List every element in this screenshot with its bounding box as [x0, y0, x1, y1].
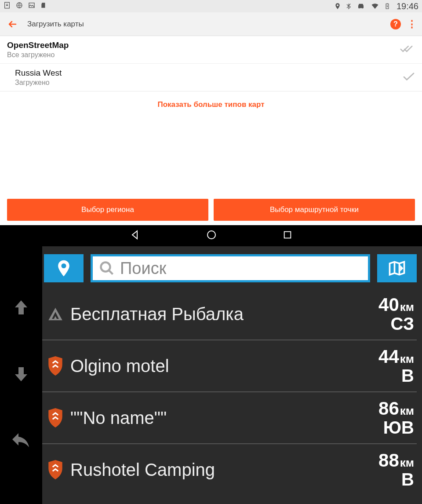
map-downloader-screen: 19:46 Загрузить карты ? ⋮ OpenStreetMap … — [0, 0, 422, 246]
select-region-button[interactable]: Выбор региона — [7, 199, 208, 221]
search-placeholder: Поиск — [120, 259, 166, 278]
map-region-status: Загружено — [15, 79, 62, 87]
map-group-row[interactable]: OpenStreetMap Все загружено — [0, 36, 422, 63]
nav-recent-button[interactable] — [283, 230, 292, 241]
map-group-title: OpenStreetMap — [7, 40, 69, 50]
current-location-button[interactable] — [44, 254, 84, 282]
poi-name: ""No name"" — [70, 408, 378, 428]
back-button[interactable] — [5, 17, 19, 31]
sd-card-icon — [40, 2, 47, 11]
android-nav-bar — [0, 225, 422, 246]
poi-distance: 40кмСЗ — [378, 296, 414, 332]
map-group-status: Все загружено — [7, 51, 69, 59]
search-input[interactable]: Поиск — [91, 254, 370, 282]
help-button[interactable]: ? — [390, 19, 401, 29]
map-region-row[interactable]: Russia West Загружено — [0, 63, 422, 91]
poi-name: Olgino motel — [70, 356, 378, 376]
side-nav-buttons — [0, 246, 42, 504]
status-left-icons — [4, 2, 47, 11]
poi-name: Rushotel Camping — [70, 460, 378, 480]
svg-rect-4 — [387, 4, 388, 4]
check-icon — [403, 72, 415, 83]
bluetooth-icon — [346, 2, 352, 11]
map-region-title: Russia West — [15, 68, 62, 78]
signpost-shield-icon — [45, 356, 66, 376]
status-clock: 19:46 — [397, 1, 418, 11]
poi-name: Бесплатная Рыбалка — [70, 304, 378, 324]
poi-distance: 86кмЮВ — [378, 399, 414, 436]
poi-result-row[interactable]: Olgino motel44кмВ — [42, 340, 417, 392]
poi-search-screen: Поиск Бесплатная Рыбалка40кмСЗOlgino mot… — [0, 246, 422, 504]
globe-icon — [16, 2, 23, 11]
select-waypoint-button[interactable]: Выбор маршрутной точки — [214, 199, 415, 221]
scroll-down-button[interactable] — [11, 364, 32, 387]
poi-distance: 88кмВ — [378, 451, 414, 488]
undo-back-button[interactable] — [11, 431, 32, 453]
overflow-menu-button[interactable]: ⋮ — [407, 18, 417, 30]
signpost-shield-icon — [45, 460, 66, 479]
poi-result-row[interactable]: ""No name""86кмЮВ — [42, 392, 417, 444]
action-buttons-row: Выбор региона Выбор маршрутной точки — [0, 194, 422, 225]
scroll-up-button[interactable] — [11, 297, 32, 320]
downloads-list: OpenStreetMap Все загружено Russia West … — [0, 36, 422, 91]
show-more-map-types-link[interactable]: Показать больше типов карт — [0, 91, 422, 118]
results-panel: Поиск Бесплатная Рыбалка40кмСЗOlgino mot… — [42, 246, 422, 504]
signpost-shield-icon — [45, 408, 66, 427]
download-icon — [4, 2, 11, 11]
double-check-icon — [400, 44, 415, 55]
wifi-icon — [370, 2, 380, 10]
nav-back-button[interactable] — [130, 230, 140, 242]
search-icon — [99, 260, 115, 276]
nav-home-button[interactable] — [206, 230, 217, 242]
page-title: Загрузить карты — [27, 20, 84, 29]
poi-result-row[interactable]: Rushotel Camping88кмВ — [42, 444, 417, 495]
car-icon — [356, 2, 366, 10]
location-icon — [334, 2, 341, 11]
map-view-button[interactable] — [377, 254, 417, 282]
poi-results-list: Бесплатная Рыбалка40кмСЗOlgino motel44км… — [42, 289, 417, 495]
status-right-icons: 19:46 — [334, 1, 418, 11]
poi-distance: 44кмВ — [378, 347, 414, 384]
search-row: Поиск — [42, 254, 417, 282]
svg-point-7 — [101, 263, 110, 272]
battery-charging-icon — [384, 2, 390, 11]
app-bar: Загрузить карты ? ⋮ — [0, 12, 422, 36]
tent-icon — [45, 306, 66, 322]
poi-result-row[interactable]: Бесплатная Рыбалка40кмСЗ — [42, 289, 417, 340]
svg-rect-6 — [284, 232, 291, 238]
svg-point-5 — [207, 231, 215, 239]
image-icon — [28, 2, 35, 11]
android-status-bar: 19:46 — [0, 0, 422, 12]
